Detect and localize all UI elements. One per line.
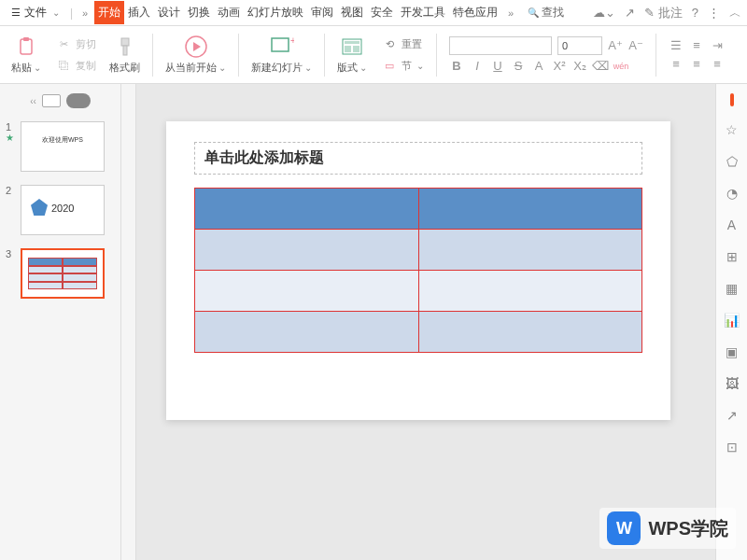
thumbnail-view-toggle[interactable] (66, 93, 91, 108)
svg-rect-10 (345, 46, 351, 52)
media-tool-icon[interactable]: ▣ (724, 343, 740, 360)
export-tool-icon[interactable]: ↗ (724, 407, 740, 424)
paste-button[interactable]: 粘贴 (11, 35, 41, 75)
font-size-combo[interactable]: 0 (557, 36, 602, 55)
tab-security[interactable]: 安全 (367, 1, 397, 24)
tab-review[interactable]: 审阅 (307, 1, 337, 24)
more-tools-icon[interactable]: ⊡ (724, 439, 740, 455)
cloud-icon[interactable]: ☁⌄ (593, 6, 615, 20)
section-icon: ▭ (380, 56, 399, 75)
more-icon[interactable]: ⋮ (708, 6, 720, 20)
text-tool-icon[interactable]: A (724, 217, 740, 233)
table-row[interactable] (195, 312, 642, 353)
tab-insert[interactable]: 插入 (124, 1, 154, 24)
play-icon (184, 35, 208, 59)
table-row[interactable] (195, 230, 642, 271)
new-slide-button[interactable]: + 新建幻灯片 (251, 35, 312, 75)
cut-button[interactable]: ✂剪切 (54, 35, 96, 53)
svg-rect-0 (21, 39, 32, 54)
tab-view[interactable]: 视图 (337, 1, 367, 24)
slide-canvas[interactable]: 单击此处添加标题 (121, 84, 715, 560)
slide-thumb-1[interactable]: 1 ★ 欢迎使用WPS (0, 118, 120, 181)
tab-transition[interactable]: 切换 (184, 1, 214, 24)
numbering-icon[interactable]: ≡ (689, 38, 704, 53)
slide-thumb-3[interactable]: 3 (0, 245, 120, 308)
help-icon[interactable]: ? (692, 6, 698, 20)
font-family-combo[interactable] (449, 36, 552, 55)
slide-table[interactable] (194, 188, 642, 353)
search-button[interactable]: 查找 (528, 5, 564, 21)
italic-icon[interactable]: I (470, 59, 485, 74)
image-tool-icon[interactable]: 🖼 (724, 375, 740, 392)
tab-start[interactable]: 开始 (94, 1, 124, 24)
copy-button[interactable]: ⿻复制 (54, 56, 96, 75)
panel-collapse-icon[interactable]: ‹‹ (30, 96, 36, 106)
pentagon-shape-icon (31, 199, 48, 216)
align-left-icon[interactable]: ≡ (669, 57, 684, 72)
layout-button[interactable]: 版式 (337, 35, 367, 75)
share-icon[interactable]: ↗ (625, 6, 635, 20)
svg-rect-3 (123, 46, 127, 55)
align-right-icon[interactable]: ≡ (710, 57, 725, 72)
right-toolbar: ☆ ⬠ ◔ A ⊞ ▦ 📊 ▣ 🖼 ↗ ⊡ (715, 84, 747, 560)
decrease-font-icon[interactable]: A⁻ (628, 38, 643, 53)
vertical-ruler (121, 84, 136, 560)
tab-slideshow[interactable]: 幻灯片放映 (244, 1, 307, 24)
scissors-icon: ✂ (54, 35, 73, 53)
watermark: W WPS学院 (599, 508, 736, 549)
qat-next-icon[interactable]: » (503, 6, 518, 21)
format-painter-button[interactable]: 格式刷 (109, 35, 140, 75)
tab-animation[interactable]: 动画 (214, 1, 244, 24)
bullets-icon[interactable]: ☰ (669, 38, 684, 53)
table-tool-icon[interactable]: ⊞ (724, 248, 740, 265)
current-slide[interactable]: 单击此处添加标题 (166, 121, 670, 420)
svg-rect-11 (353, 46, 359, 52)
underline-icon[interactable]: U (490, 59, 505, 74)
collapse-ribbon-icon[interactable]: ︿ (729, 5, 741, 21)
font-color-icon[interactable]: A (531, 59, 546, 74)
table-row[interactable] (195, 271, 642, 312)
thumb-number: 2 (6, 185, 15, 196)
separator (152, 34, 153, 77)
thumb-content: 欢迎使用WPS (21, 135, 104, 145)
increase-font-icon[interactable]: A⁺ (608, 38, 623, 53)
section-button[interactable]: ▭节 (380, 56, 424, 75)
tab-special[interactable]: 特色应用 (449, 1, 501, 24)
indent-icon[interactable]: ⇥ (710, 38, 725, 53)
qat-prev-icon[interactable]: » (78, 6, 92, 21)
title-placeholder[interactable]: 单击此处添加标题 (194, 142, 642, 175)
thumb-table-preview (28, 258, 97, 289)
table-row[interactable] (195, 189, 642, 230)
thumb-content: 2020 (51, 203, 74, 214)
grid-tool-icon[interactable]: ▦ (724, 280, 740, 297)
wps-logo-icon: W (607, 511, 641, 545)
shape-tool-icon[interactable]: ⬠ (724, 153, 740, 170)
svg-rect-9 (345, 41, 359, 44)
play-from-current-button[interactable]: 从当前开始 (165, 35, 226, 75)
file-menu[interactable]: 文件 (6, 3, 65, 22)
watermark-text: WPS学院 (648, 516, 728, 541)
circle-tool-icon[interactable]: ◔ (724, 185, 740, 202)
tab-design[interactable]: 设计 (154, 1, 184, 24)
chart-tool-icon[interactable]: 📊 (724, 312, 740, 329)
slide-thumb-2[interactable]: 2 2020 (0, 181, 120, 245)
bold-icon[interactable]: B (449, 59, 464, 74)
separator (436, 34, 437, 77)
align-center-icon[interactable]: ≡ (689, 57, 704, 72)
svg-text:+: + (290, 36, 294, 46)
accent-indicator (730, 93, 734, 106)
outline-view-toggle[interactable] (42, 94, 61, 107)
slide-panel: ‹‹ 1 ★ 欢迎使用WPS 2 2020 3 (0, 84, 121, 560)
clear-format-icon[interactable]: ⌫ (593, 59, 608, 74)
tab-dev-tools[interactable]: 开发工具 (397, 1, 449, 24)
reset-button[interactable]: ⟲重置 (380, 35, 422, 53)
copy-icon: ⿻ (54, 56, 73, 75)
pinyin-icon[interactable]: wén (613, 59, 628, 74)
svg-marker-5 (193, 42, 201, 51)
superscript-icon[interactable]: X² (552, 59, 567, 74)
separator (324, 34, 325, 77)
annotate-button[interactable]: ✎ 批注 (644, 5, 683, 21)
select-tool-icon[interactable]: ☆ (724, 121, 740, 138)
strikethrough-icon[interactable]: S (511, 59, 526, 74)
subscript-icon[interactable]: X₂ (572, 59, 587, 74)
